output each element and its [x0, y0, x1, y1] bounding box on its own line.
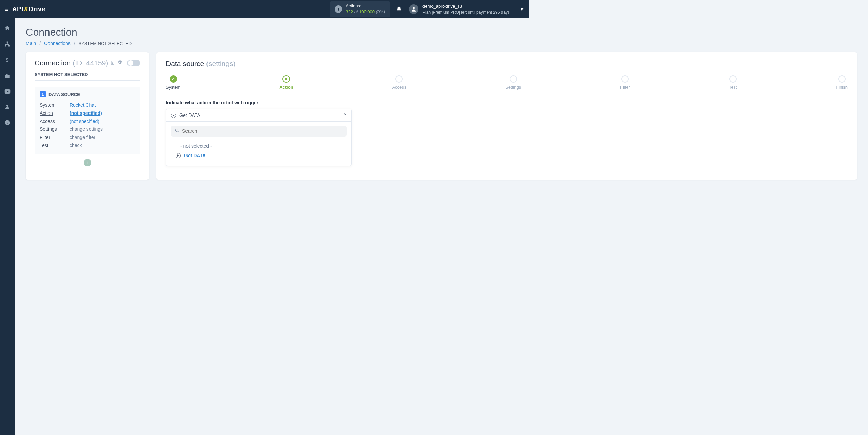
help-icon[interactable]: ?: [4, 120, 11, 127]
briefcase-icon[interactable]: [4, 73, 11, 81]
ds-row: Access(not specified): [40, 118, 135, 126]
ds-row-key: Access: [40, 118, 70, 126]
ds-row-key: Filter: [40, 133, 70, 142]
actions-label: Actions:: [346, 3, 385, 9]
sitemap-icon[interactable]: [4, 41, 11, 49]
left-card: Connection (ID: 44159) SYSTEM NOT SELECT…: [26, 52, 149, 180]
bell-icon[interactable]: [396, 5, 402, 13]
dollar-icon[interactable]: $: [6, 57, 9, 65]
svg-point-13: [176, 129, 178, 132]
enable-toggle[interactable]: [127, 60, 140, 66]
stepper: ✓SystemActionAccessSettingsFilterTestFin…: [166, 75, 529, 90]
menu-icon[interactable]: ≡: [5, 5, 9, 13]
svg-point-0: [413, 7, 415, 9]
youtube-icon[interactable]: [4, 89, 11, 96]
action-prompt: Indicate what action the robot will trig…: [166, 100, 529, 105]
play-icon: ▶: [176, 153, 181, 158]
step-settings[interactable]: Settings: [505, 75, 521, 90]
step-label: Access: [392, 85, 406, 90]
dropdown-opt-get-data[interactable]: ▶ Get DATA: [171, 151, 347, 160]
actions-text: Actions: 322 of 100'000 (0%): [346, 3, 385, 15]
ds-row: SystemRocket.Chat: [40, 101, 135, 109]
chevron-up-icon: ⌃: [343, 113, 347, 118]
step-system[interactable]: ✓System: [166, 75, 180, 90]
ds-row-key: Action: [40, 109, 70, 118]
data-source-title: DATA SOURCE: [48, 92, 80, 97]
step-dot: ✓: [170, 75, 177, 83]
right-card: Data source (settings) ✓SystemActionAcce…: [156, 52, 529, 180]
actions-box[interactable]: i Actions: 322 of 100'000 (0%): [330, 1, 390, 17]
logo-text-2: Drive: [28, 5, 45, 13]
svg-line-14: [178, 131, 179, 132]
connection-heading: Connection: [35, 59, 71, 67]
step-label: System: [166, 85, 180, 90]
play-icon: ▶: [171, 113, 176, 118]
ds-row: Action(not specified): [40, 109, 135, 118]
actions-limit: 100'000: [359, 9, 375, 14]
right-title: Data source (settings): [166, 60, 529, 68]
user-name: demo_apix-drive_s3: [422, 3, 510, 9]
main: Connection Main / Connections / SYSTEM N…: [15, 18, 529, 266]
svg-text:?: ?: [6, 121, 8, 125]
gear-icon[interactable]: [117, 60, 122, 66]
data-source-box: 1 DATA SOURCE SystemRocket.ChatAction(no…: [35, 87, 140, 154]
logo[interactable]: API X Drive: [12, 5, 45, 13]
ds-row-value: check: [70, 142, 82, 150]
user-icon[interactable]: [4, 104, 11, 111]
sidebar: $ ?: [0, 18, 15, 266]
step-dot: [282, 75, 290, 83]
avatar-icon[interactable]: [409, 4, 418, 14]
svg-rect-1: [7, 42, 8, 43]
step-label: Action: [279, 85, 293, 90]
home-icon[interactable]: [4, 25, 11, 33]
breadcrumb-main[interactable]: Main: [26, 41, 36, 46]
data-source-num: 1: [40, 91, 46, 97]
connection-header: Connection (ID: 44159): [35, 59, 140, 67]
connection-id: (ID: 44159): [73, 59, 108, 67]
ds-row-key: Test: [40, 142, 70, 150]
ds-row-key: Settings: [40, 125, 70, 133]
step-access[interactable]: Access: [392, 75, 406, 90]
logo-text: API: [12, 5, 23, 13]
breadcrumb-connections[interactable]: Connections: [44, 41, 71, 46]
actions-value: 322: [346, 9, 353, 14]
dropdown-search: [171, 126, 347, 137]
step-dot: [510, 75, 517, 83]
chevron-down-icon[interactable]: ▼: [520, 7, 524, 12]
page-title: Connection: [26, 26, 529, 38]
ds-row-value: change filter: [70, 133, 95, 142]
user-info[interactable]: demo_apix-drive_s3 Plan |Premium PRO| le…: [422, 3, 510, 15]
svg-rect-3: [8, 45, 10, 47]
dropdown-selected: Get DATA: [179, 112, 340, 118]
step-dot: [395, 75, 403, 83]
search-input[interactable]: [182, 128, 342, 134]
dropdown-head[interactable]: ▶ Get DATA ⌃: [166, 109, 351, 122]
ds-row-value[interactable]: (not specified): [70, 118, 99, 126]
step-label: Settings: [505, 85, 521, 90]
action-dropdown: ▶ Get DATA ⌃ - not selected - ▶ Get DATA: [166, 109, 352, 166]
connection-subhead: SYSTEM NOT SELECTED: [35, 72, 140, 81]
step-action[interactable]: Action: [279, 75, 293, 90]
ds-row-value: change settings: [70, 125, 103, 133]
info-icon: i: [335, 5, 342, 13]
header: ≡ API X Drive i Actions: 322 of 100'000 …: [0, 0, 529, 18]
ds-row-key: System: [40, 101, 70, 109]
ds-row: Filterchange filter: [40, 133, 135, 142]
svg-rect-2: [5, 45, 7, 47]
svg-text:$: $: [6, 57, 9, 63]
breadcrumb: Main / Connections / SYSTEM NOT SELECTED: [26, 41, 529, 46]
breadcrumb-current: SYSTEM NOT SELECTED: [79, 41, 132, 46]
document-icon[interactable]: [110, 60, 115, 66]
ds-row-value[interactable]: Rocket.Chat: [70, 101, 96, 109]
user-plan: Plan |Premium PRO| left until payment 29…: [422, 9, 510, 15]
dropdown-opt-none[interactable]: - not selected -: [171, 141, 347, 151]
search-icon: [175, 128, 179, 134]
ds-row: Testcheck: [40, 142, 135, 150]
ds-row-value[interactable]: (not specified): [70, 109, 102, 118]
add-button[interactable]: +: [84, 159, 91, 166]
ds-row: Settingschange settings: [40, 125, 135, 133]
svg-point-6: [6, 105, 8, 107]
logo-x: X: [24, 5, 28, 13]
